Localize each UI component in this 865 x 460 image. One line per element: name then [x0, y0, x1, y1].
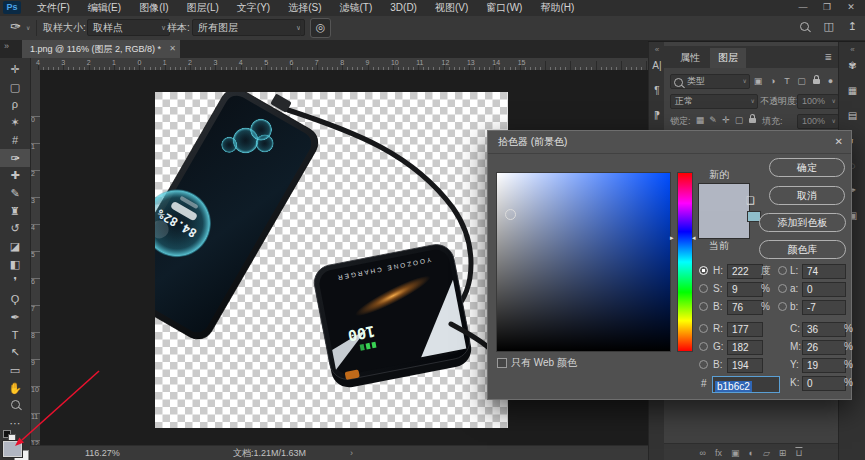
- sampling-ring-toggle[interactable]: ◎: [310, 18, 331, 38]
- fill-field[interactable]: 100%: [797, 114, 839, 129]
- ok-button[interactable]: 确定: [769, 158, 845, 177]
- eraser-tool[interactable]: ◪: [0, 237, 30, 255]
- l-field[interactable]: 74: [802, 264, 846, 279]
- filter-type-icon[interactable]: T: [781, 74, 793, 88]
- move-tool[interactable]: ✛: [0, 60, 30, 78]
- libraries-panel-icon[interactable]: ▤: [839, 110, 865, 121]
- lock-artboard-icon[interactable]: ▢: [733, 113, 745, 127]
- menu-filter[interactable]: 滤镜(T): [331, 0, 382, 16]
- document-tab[interactable]: 1.png @ 116% (图层 2, RGB/8) * ✕: [22, 40, 180, 58]
- collapse-dock-icon[interactable]: «: [649, 45, 665, 54]
- collapse-dock-icon[interactable]: «: [839, 45, 865, 54]
- hue-slider[interactable]: [677, 172, 693, 352]
- healing-brush-tool[interactable]: ✚: [0, 166, 30, 184]
- link-layers-icon[interactable]: ∞: [700, 448, 706, 458]
- glyphs-panel-icon[interactable]: ⁋: [649, 110, 665, 121]
- hex-field[interactable]: b1b6c2: [712, 376, 780, 393]
- blend-mode-dropdown[interactable]: 正常: [670, 94, 758, 109]
- tab-close-icon[interactable]: ✕: [169, 40, 176, 58]
- b-field[interactable]: 76: [727, 300, 763, 315]
- filter-adjustment-icon[interactable]: ◑: [767, 74, 779, 88]
- hand-tool[interactable]: ✋: [0, 379, 30, 397]
- current-color-swatch[interactable]: [699, 211, 749, 238]
- filter-smart-icon[interactable]: [810, 74, 822, 88]
- delete-layer-icon[interactable]: ⊔: [795, 448, 802, 458]
- menu-type[interactable]: 文字(Y): [228, 0, 279, 16]
- menu-help[interactable]: 帮助(H): [531, 0, 583, 16]
- color-panel-icon[interactable]: ✾: [839, 60, 865, 71]
- filter-toggle-icon[interactable]: ●: [825, 74, 837, 88]
- menu-image[interactable]: 图像(I): [130, 0, 177, 16]
- h-field[interactable]: 222: [727, 264, 763, 279]
- swatches-panel-icon[interactable]: ▦: [839, 85, 865, 96]
- r-field[interactable]: 177: [727, 322, 763, 337]
- b2-field[interactable]: 194: [727, 358, 763, 373]
- share-icon[interactable]: ↥: [848, 20, 857, 33]
- eyedropper-tool[interactable]: ✑: [0, 149, 30, 167]
- restore-icon[interactable]: ❐: [815, 0, 839, 16]
- layer-effects-icon[interactable]: fx: [715, 448, 722, 458]
- gamut-warning-cube-icon[interactable]: ❑: [746, 195, 755, 206]
- blur-tool[interactable]: ❜: [0, 272, 30, 290]
- gradient-tool[interactable]: ◧: [0, 255, 30, 273]
- clone-stamp-tool[interactable]: ♜: [0, 202, 30, 220]
- a-radio[interactable]: [778, 284, 787, 293]
- lab-b-radio[interactable]: [778, 302, 787, 311]
- canvas-image[interactable]: 84.82% YOOZONE CHARGER 100: [155, 92, 508, 428]
- marquee-tool[interactable]: ▢: [0, 78, 30, 96]
- sample-size-dropdown[interactable]: 取样点: [87, 19, 170, 36]
- search-icon[interactable]: [800, 21, 809, 33]
- lock-transparency-icon[interactable]: ▦: [694, 113, 706, 127]
- type-tool[interactable]: T: [0, 326, 30, 344]
- b-radio[interactable]: [699, 302, 708, 311]
- layer-filter-type-dropdown[interactable]: 类型: [670, 74, 750, 89]
- layer-group-icon[interactable]: ▱: [763, 448, 770, 458]
- c-field[interactable]: 36: [802, 322, 846, 337]
- rectangle-tool[interactable]: ▭: [0, 361, 30, 379]
- menu-file[interactable]: 文件(F): [28, 0, 79, 16]
- minimize-icon[interactable]: —: [791, 0, 815, 16]
- color-field-marker[interactable]: [505, 209, 516, 220]
- saturation-brightness-field[interactable]: [496, 172, 671, 352]
- dialog-title-bar[interactable]: 拾色器 (前景色) ✕: [488, 131, 851, 154]
- h-radio[interactable]: [699, 266, 708, 275]
- s-field[interactable]: 9: [727, 282, 763, 297]
- menu-window[interactable]: 窗口(W): [477, 0, 531, 16]
- k-field[interactable]: 0: [802, 376, 846, 391]
- close-icon[interactable]: ✕: [839, 0, 863, 16]
- character-panel-icon[interactable]: A|: [649, 60, 665, 71]
- lasso-tool[interactable]: ρ: [0, 95, 30, 113]
- adjustment-layer-icon[interactable]: ◐: [749, 448, 754, 458]
- menu-select[interactable]: 选择(S): [279, 0, 330, 16]
- workspace-icon[interactable]: ◫: [823, 20, 833, 33]
- new-layer-icon[interactable]: ⊞: [779, 448, 787, 458]
- color-libraries-button[interactable]: 颜色库: [759, 240, 846, 259]
- magic-wand-tool[interactable]: ✶: [0, 113, 30, 131]
- m-field[interactable]: 26: [802, 340, 846, 355]
- web-only-checkbox[interactable]: [497, 358, 507, 368]
- l-radio[interactable]: [778, 266, 787, 275]
- tab-properties[interactable]: 属性: [672, 48, 708, 68]
- filter-shape-icon[interactable]: ▢: [796, 74, 808, 88]
- dodge-tool[interactable]: Ϙ: [0, 290, 30, 308]
- layer-mask-icon[interactable]: ▣: [731, 448, 740, 458]
- sample-layers-dropdown[interactable]: 所有图层: [192, 19, 305, 36]
- add-to-swatches-button[interactable]: 添加到色板: [759, 213, 846, 232]
- zoom-tool[interactable]: [0, 396, 30, 414]
- opacity-field[interactable]: 100%: [797, 94, 839, 109]
- default-colors-icon[interactable]: [3, 430, 17, 440]
- g-field[interactable]: 182: [727, 340, 763, 355]
- pen-tool[interactable]: ✒: [0, 308, 30, 326]
- hue-slider-arrow-right[interactable]: ◂: [692, 234, 696, 242]
- path-select-tool[interactable]: ↖: [0, 343, 30, 361]
- eyedropper-tool-icon[interactable]: ✑: [10, 19, 21, 34]
- zoom-level[interactable]: 116.27%: [85, 446, 120, 460]
- tab-layers[interactable]: 图层: [710, 48, 746, 68]
- brush-tool[interactable]: ✎: [0, 184, 30, 202]
- menu-layer[interactable]: 图层(L): [178, 0, 228, 16]
- history-brush-tool[interactable]: ↺: [0, 219, 30, 237]
- b2-radio[interactable]: [699, 360, 708, 369]
- paragraph-panel-icon[interactable]: ¶: [649, 85, 665, 96]
- dialog-close-icon[interactable]: ✕: [835, 131, 843, 153]
- crop-tool[interactable]: #: [0, 131, 30, 149]
